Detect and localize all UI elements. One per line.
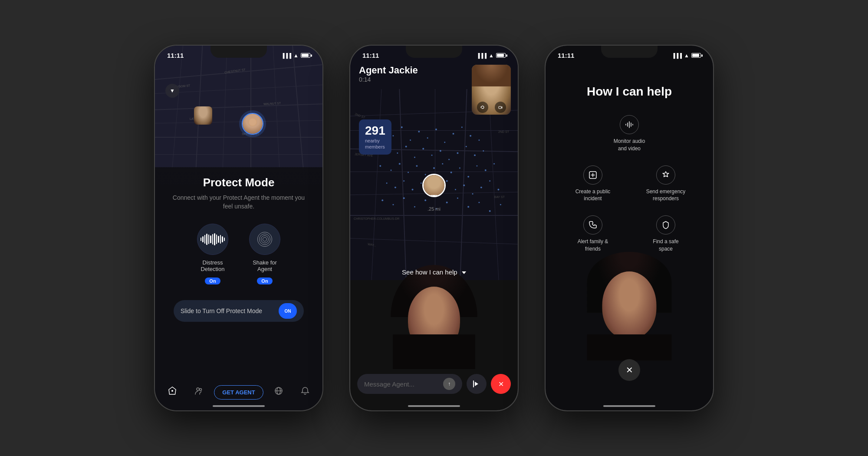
svg-point-15 xyxy=(461,127,463,128)
safe-space-label: Find a safespace xyxy=(653,238,678,253)
svg-point-9 xyxy=(410,139,411,141)
slide-toggle-on-btn[interactable]: ON xyxy=(279,303,297,319)
refresh-btn[interactable] xyxy=(477,102,488,113)
power-btn[interactable] xyxy=(322,132,323,167)
distress-detection-icon-circle xyxy=(197,224,228,255)
waveform-bar xyxy=(216,235,217,244)
x-icon: ✕ xyxy=(626,365,633,375)
distress-detection-badge: On xyxy=(205,278,220,284)
svg-point-45 xyxy=(395,187,396,188)
svg-point-16 xyxy=(470,135,471,137)
waveform-bar xyxy=(220,235,221,244)
svg-point-10 xyxy=(418,131,420,132)
street xyxy=(155,120,322,123)
phone-3: 11:11 ▐▐▐ ▲ How I can help xyxy=(545,45,714,411)
map-grid: CHESTNUT ST SANSOM ST WALNUT ST LATIMER … xyxy=(155,46,322,185)
svg-point-42 xyxy=(485,169,487,171)
waveform-bar xyxy=(208,235,210,244)
svg-point-43 xyxy=(493,163,495,165)
waveform-bar xyxy=(214,233,215,245)
emergency-label: Send emergencyresponders xyxy=(646,188,686,203)
status-icons: ▐▐▐ ▲ xyxy=(281,53,310,59)
svg-point-7 xyxy=(392,135,394,136)
street-label-2nd: 2ND ST xyxy=(355,112,366,119)
close-button[interactable]: ✕ xyxy=(618,359,640,381)
message-input[interactable]: Message Agent... ↑ xyxy=(357,374,462,394)
waveform-bar xyxy=(210,235,211,243)
camera-btn[interactable] xyxy=(495,102,506,113)
svg-point-56 xyxy=(489,180,490,182)
street-label-bay: BAY ST xyxy=(494,195,505,198)
status-bar-3: 11:11 ▐▐▐ ▲ xyxy=(546,52,713,59)
waveform-bar xyxy=(206,234,207,245)
tab-people[interactable] xyxy=(188,383,210,402)
power-btn-2[interactable] xyxy=(518,132,519,167)
nav-chevron-button[interactable]: ▼ xyxy=(165,84,179,98)
signal-icon: ▐▐▐ xyxy=(281,53,291,58)
agent-video-thumbnail xyxy=(472,65,511,115)
street-label-2nd-r: 2ND ST xyxy=(498,130,509,133)
tab-bar: GET AGENT xyxy=(155,383,322,402)
svg-point-32 xyxy=(399,163,401,165)
street xyxy=(273,46,281,185)
status-icons-3: ▐▐▐ ▲ xyxy=(672,53,701,59)
shake-for-agent-label: Shake for Agent xyxy=(247,259,282,272)
svg-point-17 xyxy=(478,139,480,141)
protect-mode-subtitle: Connect with your Protect Agent the mome… xyxy=(155,194,322,211)
svg-point-40 xyxy=(467,176,469,178)
agent-bottom-face-container xyxy=(391,265,477,369)
end-call-button[interactable]: ✕ xyxy=(491,374,511,394)
distress-detection-label: Distress Detection xyxy=(195,259,230,272)
street-label: CHESTNUT ST xyxy=(224,68,246,74)
audio-button[interactable] xyxy=(467,374,487,394)
ring xyxy=(257,232,272,247)
phone-1: CHESTNUT ST SANSOM ST WALNUT ST LATIMER … xyxy=(154,45,323,411)
emergency-icon xyxy=(656,165,675,185)
rings-icon xyxy=(257,231,273,247)
phone1-screen: CHESTNUT ST SANSOM ST WALNUT ST LATIMER … xyxy=(155,46,322,410)
shake-for-agent-btn[interactable]: Shake for Agent On xyxy=(247,224,282,284)
waveform-bar xyxy=(218,236,219,243)
svg-point-13 xyxy=(444,142,445,143)
svg-point-25 xyxy=(448,159,450,160)
user-map-pin xyxy=(242,113,263,135)
create-public-incident: Create a publicincident xyxy=(559,165,627,203)
send-button[interactable]: ↑ xyxy=(443,378,455,390)
waveform-bar xyxy=(212,234,214,245)
battery-icon-3 xyxy=(691,53,701,58)
distress-detection-btn[interactable]: Distress Detection On xyxy=(195,224,230,284)
tab-bell[interactable] xyxy=(294,383,316,402)
svg-point-30 xyxy=(379,165,381,167)
tab-globe[interactable] xyxy=(268,383,289,402)
tab-get-agent[interactable]: GET AGENT xyxy=(214,385,263,400)
svg-point-35 xyxy=(425,174,426,175)
svg-point-54 xyxy=(472,193,473,195)
home-indicator-3 xyxy=(603,405,655,407)
wifi-icon-3: ▲ xyxy=(684,53,689,59)
tab-location[interactable] xyxy=(161,383,183,402)
see-how-button[interactable]: See how I can help xyxy=(402,268,466,276)
svg-point-64 xyxy=(446,202,448,203)
street xyxy=(399,89,406,280)
slide-to-turn-off[interactable]: Slide to Turn Off Protect Mode ON xyxy=(174,300,304,322)
create-label: Create a publicincident xyxy=(575,188,611,203)
home-indicator-2 xyxy=(408,405,460,407)
battery-icon-2 xyxy=(496,53,506,58)
agent-body-bottom xyxy=(393,334,475,369)
create-icon xyxy=(583,165,602,185)
protect-mode-panel: Protect Mode Connect with your Protect A… xyxy=(155,167,322,410)
street xyxy=(170,46,184,185)
svg-point-69 xyxy=(500,204,501,205)
agent-hair xyxy=(472,65,511,86)
send-emergency-responders: Send emergencyresponders xyxy=(631,165,700,203)
user-avatar-face xyxy=(243,114,263,134)
phone-2: 2ND ST JERSEY AVE CHRISTOPHER-COLUMBUS-D… xyxy=(349,45,519,411)
svg-point-59 xyxy=(392,204,394,205)
waveform-bar xyxy=(222,236,223,242)
svg-point-44 xyxy=(386,182,388,184)
svg-point-39 xyxy=(459,168,460,169)
svg-point-1 xyxy=(197,388,199,390)
power-btn-3[interactable] xyxy=(713,132,714,167)
svg-point-21 xyxy=(414,157,415,158)
find-safe-space: Find a safespace xyxy=(631,215,700,253)
